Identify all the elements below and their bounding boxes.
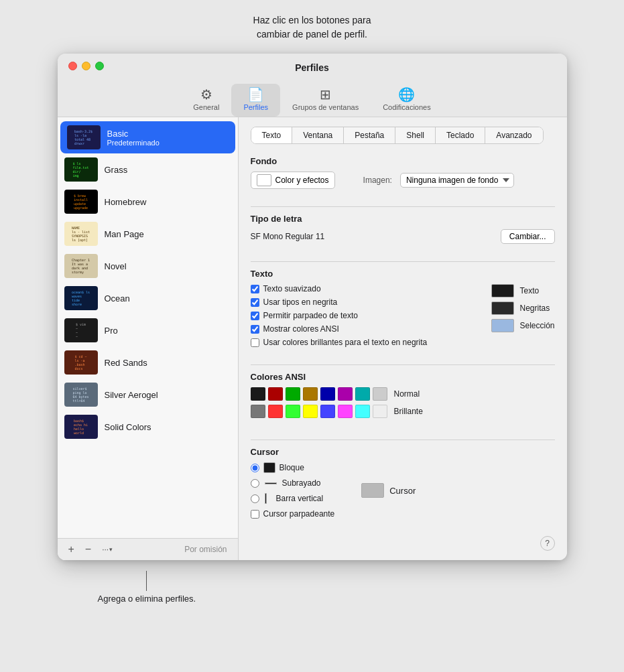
ansi-brillante-cell-6[interactable] <box>355 405 370 418</box>
checkbox-negrita-input[interactable] <box>251 298 259 307</box>
profile-item-silveraerogel[interactable]: silver$ping lo64 bytesttl=64Silver Aerog… <box>58 379 238 411</box>
toolbar-item-general[interactable]: ⚙ General <box>181 84 231 117</box>
font-name: SF Mono Regular 11 <box>251 232 325 241</box>
checkbox-brillantes[interactable]: Usar colores brillantes para el texto en… <box>251 338 479 347</box>
cursor-subrayado-radio[interactable] <box>251 479 259 488</box>
profile-thumb-silveraerogel: silver$ping lo64 bytesttl=64 <box>64 383 98 407</box>
colores-ansi-section: Colores ANSI Normal Normal Brillante Bri… <box>251 372 555 422</box>
ansi-brillante-cell-2[interactable] <box>286 405 300 418</box>
cursor-bloque-radio[interactable] <box>251 464 259 472</box>
ansi-normal-row: Normal Normal <box>251 387 555 401</box>
main-window: Perfiles ⚙ General 📄 Perfiles ⊞ Grupos d… <box>58 54 567 560</box>
checkbox-negrita[interactable]: Usar tipos en negrita <box>251 297 479 307</box>
profile-item-grass[interactable]: $ lsfile.txtdir/imgGrass <box>58 153 238 186</box>
ansi-normal-cell-4[interactable] <box>320 387 335 401</box>
profile-thumb-manpage: NAMEls - listSYNOPSISls [opt] <box>64 222 98 246</box>
checkbox-brillantes-input[interactable] <box>251 338 259 347</box>
imagen-select[interactable]: Ninguna imagen de fondo <box>400 173 514 188</box>
font-row: SF Mono Regular 11 Cambiar... <box>251 229 555 244</box>
window-title: Perfiles <box>68 62 556 73</box>
checkboxes: Texto suavizado Usar tipos en negrita Pe… <box>251 284 479 347</box>
color-swatch <box>257 174 271 186</box>
negritas-color-swatch[interactable] <box>491 301 514 315</box>
cursor-subrayado[interactable]: Subrayado <box>251 478 335 488</box>
checkbox-ansi-input[interactable] <box>251 325 259 334</box>
cursor-barra[interactable]: Barra vertical <box>251 493 335 504</box>
tab-avanzado[interactable]: Avanzado <box>485 127 542 143</box>
ansi-brillante-cell-0[interactable] <box>251 405 265 418</box>
tab-shell[interactable]: Shell <box>395 127 436 143</box>
ansi-brillante-cell-4[interactable] <box>320 405 335 418</box>
profile-thumb-solidcolors: bash$echo hihelloworld <box>64 415 98 439</box>
colores-ansi-title: Colores ANSI <box>251 372 555 382</box>
ansi-normal-cell-3[interactable] <box>303 387 318 401</box>
tab-ventana[interactable]: Ventana <box>292 127 344 143</box>
cursor-preview-label: Cursor <box>389 486 416 496</box>
tab-teclado[interactable]: Teclado <box>436 127 485 143</box>
profile-item-basic[interactable]: bash-3.2$ls -latotal 48drwxrBasicPredete… <box>60 121 235 153</box>
profile-item-redsands[interactable]: $ cd ~ls -a.bashdocsRed Sands <box>58 346 238 379</box>
profile-subtitle-basic: Predeterminado <box>107 139 160 147</box>
profile-thumb-redsands: $ cd ~ls -a.bashdocs <box>64 350 98 375</box>
profile-info-grass: Grass <box>105 165 128 175</box>
profile-info-pro: Pro <box>105 326 118 336</box>
cursor-barra-radio[interactable] <box>251 494 259 503</box>
tab-pestana[interactable]: Pestaña <box>344 127 395 143</box>
toolbar-label-general: General <box>193 103 219 111</box>
bottom-annotations: Agrega o elimina perfiles. <box>58 560 567 604</box>
profile-item-manpage[interactable]: NAMEls - listSYNOPSISls [opt]Man Page <box>58 218 238 250</box>
gear-icon: ⚙ <box>200 88 212 101</box>
profile-item-novel[interactable]: Chapter 1It was adark andstormyNovel <box>58 250 238 282</box>
ansi-normal-cell-7[interactable] <box>373 387 387 401</box>
toolbar: ⚙ General 📄 Perfiles ⊞ Grupos de ventana… <box>181 80 442 117</box>
ansi-normal-cell-6[interactable] <box>355 387 370 401</box>
groups-icon: ⊞ <box>320 88 331 101</box>
texto-color-swatch[interactable] <box>491 284 514 297</box>
profile-item-pro[interactable]: $ vim~~~Pro <box>58 314 238 346</box>
main-content: bash-3.2$ls -latotal 48drwxrBasicPredete… <box>58 117 567 560</box>
profile-info-redsands: Red Sands <box>105 358 147 368</box>
profile-info-silveraerogel: Silver Aerogel <box>105 390 158 400</box>
annotation-text: Agrega o elimina perfiles. <box>98 594 196 604</box>
ansi-normal-cell-2[interactable] <box>286 387 300 401</box>
add-profile-button[interactable]: + <box>63 541 80 557</box>
checkbox-parpadeo-input[interactable] <box>251 312 259 320</box>
toolbar-item-codificaciones[interactable]: 🌐 Codificaciones <box>371 84 443 117</box>
color-effects-button[interactable]: Color y efectos <box>251 172 335 189</box>
profile-name-novel: Novel <box>105 261 127 271</box>
tab-texto[interactable]: Texto <box>251 127 293 143</box>
tipo-letra-title: Tipo de letra <box>251 214 555 224</box>
ansi-normal-cell-0[interactable] <box>251 387 265 401</box>
seleccion-color-swatch[interactable] <box>491 319 514 332</box>
checkbox-suavizado[interactable]: Texto suavizado <box>251 284 479 293</box>
profile-item-solidcolors[interactable]: bash$echo hihelloworldSolid Colors <box>58 411 238 443</box>
cambiar-button[interactable]: Cambiar... <box>501 229 555 244</box>
ansi-brillante-cell-1[interactable] <box>268 405 283 418</box>
cursor-parpadeo[interactable]: Cursor parpadeante <box>251 509 335 519</box>
globe-icon: 🌐 <box>398 88 415 101</box>
ansi-brillante-cell-3[interactable] <box>303 405 318 418</box>
tooltip-line1: Haz clic en los botones para <box>253 15 371 25</box>
cursor-preview-swatch[interactable] <box>361 483 384 498</box>
cursor-content: Bloque Subrayado Barra vertical <box>251 462 555 519</box>
checkbox-suavizado-input[interactable] <box>251 285 259 293</box>
ansi-normal-cell-1[interactable] <box>268 387 283 401</box>
profile-item-ocean[interactable]: ocean$ lswavestideshoreOcean <box>58 282 238 314</box>
titlebar: Perfiles ⚙ General 📄 Perfiles ⊞ Grupos d… <box>58 54 567 117</box>
profile-name-manpage: Man Page <box>105 229 144 239</box>
cursor-parpadeo-input[interactable] <box>251 510 259 519</box>
checkbox-parpadeo[interactable]: Permitir parpadeo de texto <box>251 311 479 320</box>
remove-profile-button[interactable]: − <box>80 541 97 557</box>
checkbox-ansi[interactable]: Mostrar colores ANSI <box>251 324 479 334</box>
default-button[interactable]: Por omisión <box>179 543 232 556</box>
cursor-bloque[interactable]: Bloque <box>251 462 335 473</box>
toolbar-item-perfiles[interactable]: 📄 Perfiles <box>231 84 280 117</box>
toolbar-item-grupos[interactable]: ⊞ Grupos de ventanas <box>280 84 371 117</box>
ansi-normal-cell-5[interactable] <box>338 387 353 401</box>
profile-item-homebrew[interactable]: $ brewinstallupdateupgradeHomebrew <box>58 186 238 218</box>
help-button[interactable]: ? <box>540 536 555 551</box>
tooltip: Haz clic en los botones para cambiar de … <box>253 13 371 42</box>
ansi-brillante-cell-7[interactable] <box>373 405 387 418</box>
more-options-button[interactable]: ···▾ <box>97 543 118 556</box>
ansi-brillante-cell-5[interactable] <box>338 405 353 418</box>
